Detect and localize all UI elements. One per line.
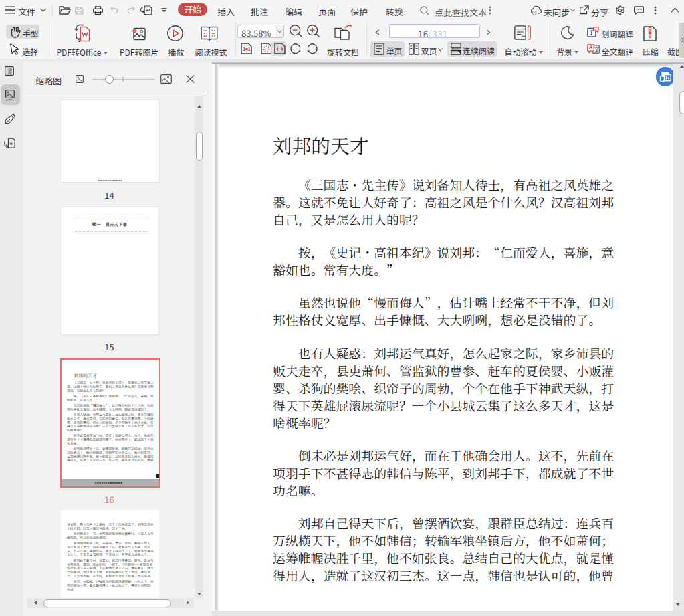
svg-text:1=1: 1=1 — [243, 46, 251, 52]
svg-text:A: A — [589, 44, 593, 51]
svg-text:文: 文 — [594, 45, 600, 54]
